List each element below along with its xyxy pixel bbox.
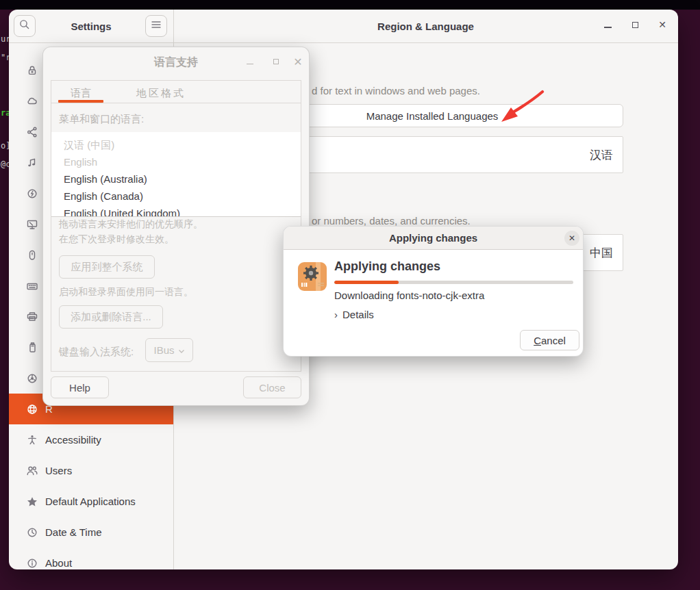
tab-regional-formats[interactable]: 地区格式 xyxy=(117,86,205,101)
minimize-button[interactable] xyxy=(243,55,257,68)
accessibility-icon xyxy=(26,434,38,446)
minimize-button[interactable] xyxy=(599,16,616,33)
details-expander[interactable]: › Details xyxy=(334,309,374,320)
list-item[interactable]: English (United Kingdom) xyxy=(51,205,301,217)
apply-note: 启动和登录界面使用同一语言。 xyxy=(59,286,193,298)
software-updater-icon xyxy=(297,261,327,292)
progress-status: Downloading fonts-noto-cjk-extra xyxy=(334,290,484,301)
menu-button[interactable] xyxy=(145,15,167,37)
formats-description: or numbers, dates, and currencies. xyxy=(312,215,471,227)
sidebar-item-date-time[interactable]: Date & Time xyxy=(9,517,173,548)
details-label: Details xyxy=(342,309,374,320)
minimize-icon xyxy=(604,27,612,28)
tab-language[interactable]: 语言 xyxy=(59,86,103,101)
apply-system-wide-button[interactable]: 应用到整个系统 xyxy=(59,255,155,279)
help-button[interactable]: Help xyxy=(51,376,109,398)
drag-hint: 拖动语言来安排他们的优先顺序。 xyxy=(59,218,203,231)
close-icon: ✕ xyxy=(568,233,575,243)
color-icon xyxy=(26,372,38,385)
maximize-icon xyxy=(632,22,638,28)
chevron-right-icon: › xyxy=(334,309,338,320)
music-note-icon xyxy=(26,157,38,169)
info-icon xyxy=(26,557,38,569)
sidebar-item-accessibility[interactable]: Accessibility xyxy=(9,424,173,455)
list-item[interactable]: 汉语 (中国) xyxy=(51,136,301,153)
progress-bar xyxy=(334,281,573,284)
sidebar-item-about[interactable]: About xyxy=(9,548,173,569)
language-description: d for text in windows and web pages. xyxy=(312,85,480,97)
desktop: ur "r ra o] @c Settings Region & Languag… xyxy=(0,0,700,590)
close-icon: ✕ xyxy=(293,55,302,68)
display-icon xyxy=(26,218,38,231)
close-button[interactable]: ✕ xyxy=(654,16,671,33)
power-icon xyxy=(26,188,38,200)
minimize-icon xyxy=(247,64,253,65)
maximize-button[interactable] xyxy=(269,55,283,68)
chevron-down-icon xyxy=(178,344,185,356)
close-button[interactable]: ✕ xyxy=(291,55,305,68)
maximize-button[interactable] xyxy=(627,16,643,33)
dialog-close-button[interactable]: Close xyxy=(243,376,301,398)
lock-icon xyxy=(26,64,38,77)
add-remove-languages-button[interactable]: 添加或删除语言... xyxy=(59,305,163,329)
maximize-icon xyxy=(273,59,279,64)
share-icon xyxy=(26,126,38,138)
language-support-dialog: 语言支持 ✕ 语言 地区格式 菜单和窗口的语言: 汉语 (中国) English… xyxy=(42,47,310,406)
star-icon xyxy=(26,496,38,508)
close-icon: ✕ xyxy=(658,20,666,29)
sidebar-item-default-applications[interactable]: Default Applications xyxy=(9,486,173,517)
progress-fill xyxy=(334,281,399,284)
header-border xyxy=(9,42,678,43)
keyboard-icon xyxy=(26,280,38,292)
formats-value: 中国 xyxy=(590,245,623,261)
dialog-heading: Applying changes xyxy=(334,259,440,274)
cancel-button[interactable]: Cancel xyxy=(520,330,579,350)
close-button[interactable]: ✕ xyxy=(564,231,579,246)
mouse-icon xyxy=(26,249,38,261)
clock-icon xyxy=(26,526,38,539)
menu-language-label: 菜单和窗口的语言: xyxy=(59,113,144,126)
sidebar-item-users[interactable]: Users xyxy=(9,455,173,486)
users-icon xyxy=(26,465,38,477)
top-bar xyxy=(0,0,700,10)
applying-changes-dialog: Applying changes ✕ xyxy=(283,226,584,357)
removable-device-icon xyxy=(26,342,38,354)
language-priority-list[interactable]: 汉语 (中国) English English (Australia) Engl… xyxy=(51,132,301,217)
printer-icon xyxy=(26,311,38,323)
list-item[interactable]: English (Canada) xyxy=(51,188,301,205)
list-item[interactable]: English (Australia) xyxy=(51,170,301,188)
login-hint: 在您下次登录时修改生效。 xyxy=(59,233,174,246)
globe-icon xyxy=(26,403,38,415)
dialog-title: Applying changes xyxy=(284,227,583,249)
hamburger-icon xyxy=(151,20,162,32)
list-item[interactable]: English xyxy=(51,153,301,170)
annotation-arrow xyxy=(490,82,551,127)
tabbar-border xyxy=(51,103,301,103)
ime-value: IBus xyxy=(153,344,174,356)
ime-dropdown[interactable]: IBus xyxy=(145,338,193,362)
cloud-icon xyxy=(26,95,38,107)
language-value: 汉语 xyxy=(590,147,623,163)
ime-label: 键盘输入法系统: xyxy=(59,346,134,359)
